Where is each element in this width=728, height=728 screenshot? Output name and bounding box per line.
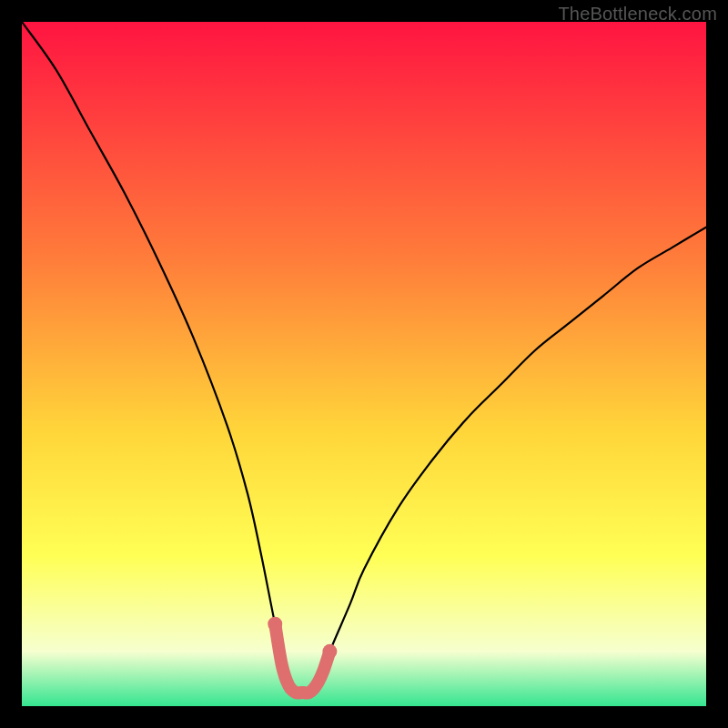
minimum-marker-dot xyxy=(322,644,337,659)
gradient-background xyxy=(22,22,706,706)
chart-frame: TheBottleneck.com xyxy=(0,0,728,728)
plot-area xyxy=(22,22,706,706)
minimum-marker-dot xyxy=(268,617,282,632)
watermark-text: TheBottleneck.com xyxy=(558,4,717,25)
chart-svg xyxy=(22,22,706,706)
